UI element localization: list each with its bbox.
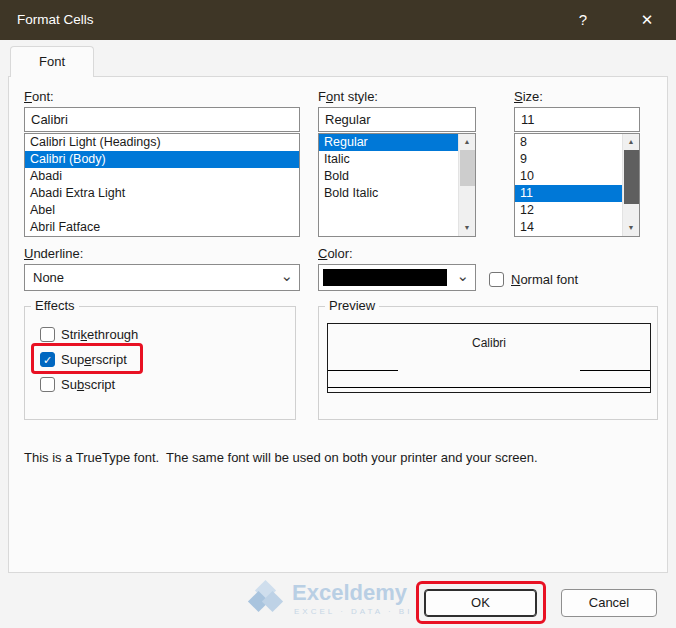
font-list-item[interactable]: Calibri Light (Headings) xyxy=(25,134,299,151)
preview-group: Preview Calibri xyxy=(318,306,658,420)
normal-font-label: Normal font xyxy=(511,272,578,287)
underline-label: Underline: xyxy=(24,246,83,261)
tab-font[interactable]: Font xyxy=(10,46,94,77)
underline-value: None xyxy=(33,270,64,285)
subscript-label: Subscript xyxy=(61,377,115,392)
subscript-checkbox[interactable] xyxy=(40,377,55,392)
title-bar: Format Cells ? ✕ xyxy=(0,0,676,40)
ok-button[interactable]: OK xyxy=(424,589,537,617)
cancel-button-label: Cancel xyxy=(589,595,629,610)
underline-dropdown[interactable]: None ⌄ xyxy=(24,264,300,291)
font-label: Font: xyxy=(24,89,54,104)
font-list-item[interactable]: Abadi Extra Light xyxy=(25,185,299,202)
truetype-note: This is a TrueType font. The same font w… xyxy=(24,450,656,465)
scroll-down-icon[interactable]: ▼ xyxy=(623,220,639,236)
watermark-tagline: EXCEL · DATA · BI xyxy=(294,607,412,616)
close-button[interactable]: ✕ xyxy=(618,0,676,40)
color-swatch xyxy=(323,269,447,286)
font-list-item-selected[interactable]: Calibri (Body) xyxy=(25,151,299,168)
format-cells-dialog: Format Cells ? ✕ Font Font: Calibri Ligh… xyxy=(0,0,676,628)
size-item[interactable]: 9 xyxy=(515,151,639,168)
superscript-checkbox[interactable]: ✓ xyxy=(40,352,55,367)
size-input[interactable] xyxy=(514,107,640,132)
check-icon: ✓ xyxy=(43,354,52,366)
close-icon: ✕ xyxy=(641,11,654,28)
font-list-item[interactable]: Abril Fatface xyxy=(25,219,299,236)
size-item[interactable]: 8 xyxy=(515,134,639,151)
preview-bottom-line xyxy=(328,387,650,388)
window-title: Format Cells xyxy=(17,12,94,27)
preview-sample-text: Calibri xyxy=(328,336,650,350)
scroll-down-icon[interactable]: ▼ xyxy=(459,220,475,236)
chevron-down-icon: ⌄ xyxy=(456,267,469,285)
help-button[interactable]: ? xyxy=(560,0,606,40)
font-style-input[interactable] xyxy=(318,107,476,132)
size-listbox[interactable]: 8 9 10 11 12 14 ▲ ▼ xyxy=(514,133,640,237)
tab-font-label: Font xyxy=(39,54,65,69)
font-listbox[interactable]: Calibri Light (Headings) Calibri (Body) … xyxy=(24,133,300,237)
watermark-brand: Exceldemy xyxy=(292,580,407,606)
font-list-item[interactable]: Abel xyxy=(25,202,299,219)
preview-box: Calibri xyxy=(327,323,651,393)
exceldemy-logo-icon xyxy=(248,582,284,618)
font-style-item[interactable]: Italic xyxy=(319,151,475,168)
font-style-label: Font style: xyxy=(318,89,378,104)
preview-baseline-right xyxy=(580,370,650,371)
help-icon: ? xyxy=(579,11,587,28)
font-input[interactable] xyxy=(24,107,300,132)
preview-group-title: Preview xyxy=(325,298,379,313)
strikethrough-checkbox[interactable] xyxy=(40,327,55,342)
normal-font-checkbox[interactable] xyxy=(489,272,504,287)
chevron-down-icon: ⌄ xyxy=(280,267,293,285)
color-label: Color: xyxy=(318,246,353,261)
font-list-item[interactable]: Abadi xyxy=(25,168,299,185)
font-style-listbox[interactable]: Regular Italic Bold Bold Italic ▲ ▼ xyxy=(318,133,476,237)
ok-button-label: OK xyxy=(471,595,490,610)
font-style-item-selected[interactable]: Regular xyxy=(319,134,475,151)
size-item[interactable]: 14 xyxy=(515,219,639,236)
size-item-selected[interactable]: 11 xyxy=(515,185,639,202)
font-style-scrollbar[interactable]: ▲ ▼ xyxy=(458,134,475,236)
color-dropdown[interactable]: ⌄ xyxy=(318,264,476,291)
size-scrollbar[interactable]: ▲ ▼ xyxy=(622,134,639,236)
size-item[interactable]: 12 xyxy=(515,202,639,219)
strikethrough-label: Strikethrough xyxy=(61,327,138,342)
scroll-up-icon[interactable]: ▲ xyxy=(623,134,639,150)
font-style-item[interactable]: Bold xyxy=(319,168,475,185)
scroll-up-icon[interactable]: ▲ xyxy=(459,134,475,150)
scrollbar-thumb[interactable] xyxy=(460,150,475,186)
scrollbar-thumb[interactable] xyxy=(624,150,639,204)
effects-group-title: Effects xyxy=(31,298,79,313)
size-label: Size: xyxy=(514,89,543,104)
size-item[interactable]: 10 xyxy=(515,168,639,185)
superscript-label: Superscript xyxy=(61,352,127,367)
cancel-button[interactable]: Cancel xyxy=(561,589,657,617)
font-style-item[interactable]: Bold Italic xyxy=(319,185,475,202)
preview-baseline-left xyxy=(328,370,398,371)
